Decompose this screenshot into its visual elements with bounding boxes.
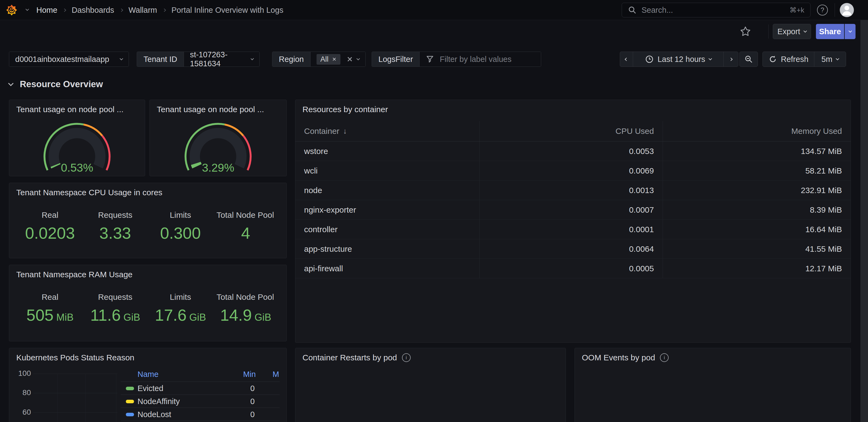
- legend-row: NodeAffinity0: [121, 395, 280, 408]
- breadcrumb-item[interactable]: Wallarm: [129, 6, 157, 15]
- share-label: Share: [819, 27, 841, 36]
- legend-header-max[interactable]: M: [273, 370, 279, 379]
- variable-app-dropdown[interactable]: d0001ainboxatestmailaapp: [9, 52, 129, 67]
- grafana-logo[interactable]: [6, 4, 18, 16]
- breadcrumb-separator-icon: [63, 8, 66, 12]
- table-header-row: Container ↓ CPU Used Memory Used: [296, 121, 850, 141]
- variable-region-dropdown[interactable]: Region All: [272, 52, 366, 67]
- panel-resources-by-container: Resources by container Container ↓ CPU U…: [295, 100, 851, 343]
- series-swatch-icon: [126, 413, 134, 416]
- cell-cpu-used: 0.0069: [479, 161, 662, 180]
- legend-table: Name Min M Evicted0NodeAffinity0NodeLost…: [121, 367, 280, 421]
- stat-value: 505MiB: [26, 307, 73, 323]
- variable-tenant-dropdown[interactable]: Tenant ID st-107263-1581634: [137, 52, 259, 67]
- refresh-button[interactable]: Refresh: [763, 52, 814, 66]
- variable-logsfilter-label: LogsFilter: [372, 52, 420, 66]
- clear-icon[interactable]: [347, 57, 352, 62]
- panel-title[interactable]: Container Restarts by pod i: [303, 353, 411, 362]
- table-row: wstore0.0053134.57 MiB: [296, 141, 850, 161]
- panel-oom-events: OOM Events by pod i: [575, 348, 851, 422]
- time-shift-forward-button[interactable]: [723, 52, 738, 66]
- variable-tenant-value[interactable]: st-107263-1581634: [184, 52, 259, 66]
- refresh-interval-label: 5m: [822, 55, 832, 64]
- panel-title[interactable]: OOM Events by pod i: [582, 353, 669, 362]
- region-chip[interactable]: All: [316, 54, 340, 65]
- export-button[interactable]: Export: [773, 24, 811, 39]
- panel-title[interactable]: Tenant usage on node pool ...: [16, 105, 123, 114]
- time-shift-back-button[interactable]: [620, 52, 633, 66]
- stat: Real0.0203: [18, 209, 83, 242]
- share-button[interactable]: Share: [816, 24, 844, 39]
- legend-header-min[interactable]: Min: [243, 370, 256, 379]
- panel-pods-status-reason: Kubernetes Pods Status Reason 1008060 Na…: [9, 348, 287, 422]
- org-switcher-chevron-icon[interactable]: [26, 7, 29, 11]
- gauge-value: 0.53%: [34, 161, 120, 174]
- cell-cpu-used: 0.0053: [479, 141, 662, 161]
- cell-memory-used: 16.64 MiB: [663, 220, 850, 239]
- cell-cpu-used: 0.0007: [479, 200, 662, 219]
- variable-app-value[interactable]: d0001ainboxatestmailaapp: [9, 52, 129, 66]
- legend-header: Name Min M: [121, 367, 280, 382]
- column-header-memory[interactable]: Memory Used: [663, 121, 850, 141]
- variable-region-label: Region: [272, 52, 311, 66]
- panel-title[interactable]: Tenant usage on node pool ...: [157, 105, 264, 114]
- gridline: [33, 393, 118, 393]
- user-avatar[interactable]: [840, 3, 854, 17]
- nav-divider: [835, 3, 835, 17]
- search-input[interactable]: [641, 5, 785, 15]
- legend-series-name[interactable]: NodeLost: [137, 410, 171, 419]
- table-row: app-structure0.006441.55 MiB: [296, 239, 850, 259]
- section-resource-overview[interactable]: Resource Overview: [9, 78, 103, 90]
- gauge-value: 3.29%: [175, 161, 261, 174]
- stat-label: Limits: [170, 292, 191, 302]
- chevron-down-icon: [848, 29, 852, 33]
- cell-cpu-used: 0.0001: [479, 220, 662, 239]
- stat-value: 0.0203: [25, 225, 75, 242]
- info-icon[interactable]: i: [660, 353, 669, 362]
- share-dropdown-button[interactable]: [845, 24, 856, 39]
- refresh-interval-dropdown[interactable]: 5m: [814, 52, 846, 66]
- time-range-picker-button[interactable]: Last 12 hours: [633, 52, 723, 66]
- variable-region-value[interactable]: All: [311, 52, 365, 66]
- gauge: 0.53%: [34, 121, 120, 175]
- cell-cpu-used: 0.0013: [479, 180, 662, 200]
- stat-label: Requests: [98, 209, 132, 220]
- breadcrumb-item[interactable]: Dashboards: [72, 6, 114, 15]
- stat-row: Real0.0203Requests3.33Limits0.300Total N…: [18, 209, 278, 242]
- panel-title[interactable]: Kubernetes Pods Status Reason: [16, 353, 134, 362]
- panel-title[interactable]: Tenant Namespace CPU Usage in cores: [16, 188, 162, 197]
- variable-logsfilter[interactable]: LogsFilter: [372, 52, 541, 67]
- panel-title[interactable]: Tenant Namespace RAM Usage: [16, 270, 133, 279]
- stat-value: 11.6GiB: [90, 307, 140, 323]
- breadcrumb: HomeDashboardsWallarmPortal Inline Overv…: [36, 0, 283, 20]
- table-row: nginx-exporter0.00078.39 MiB: [296, 200, 850, 220]
- chevron-down-icon: [803, 29, 807, 33]
- global-search[interactable]: ⌘+k: [622, 3, 810, 18]
- breadcrumb-item[interactable]: Home: [36, 6, 57, 15]
- info-icon[interactable]: i: [402, 353, 411, 362]
- legend-series-name[interactable]: Evicted: [137, 384, 163, 393]
- column-header-cpu[interactable]: CPU Used: [479, 121, 662, 141]
- legend-series-name[interactable]: NodeAffinity: [137, 397, 180, 406]
- zoom-out-time-button[interactable]: [739, 52, 758, 67]
- chip-remove-icon[interactable]: [333, 58, 336, 61]
- variable-logsfilter-input-wrap[interactable]: [420, 52, 541, 66]
- panel-title[interactable]: Resources by container: [303, 105, 388, 114]
- scrollbar-track[interactable]: [860, 20, 868, 422]
- label-filter-input[interactable]: [439, 55, 541, 64]
- help-icon[interactable]: ?: [817, 5, 828, 16]
- panel-container-restarts: Container Restarts by pod i: [295, 348, 566, 422]
- favorite-star-icon[interactable]: [740, 26, 751, 37]
- cell-memory-used: 41.55 MiB: [663, 239, 850, 258]
- cell-cpu-used: 0.0064: [479, 239, 662, 258]
- breadcrumb-separator-icon: [162, 8, 166, 12]
- stat-row: Real505MiBRequests11.6GiBLimits17.6GiBTo…: [18, 292, 278, 323]
- cell-container: api-firewall: [296, 264, 479, 273]
- panel-tenant-usage-gauge-2: Tenant usage on node pool ... 3.29%: [150, 100, 287, 176]
- stat-label: Real: [41, 209, 58, 220]
- search-icon: [628, 6, 637, 15]
- stat-label: Requests: [98, 292, 132, 302]
- breadcrumb-item: Portal Inline Overview with Logs: [172, 6, 283, 15]
- column-header-container[interactable]: Container ↓: [296, 126, 479, 136]
- legend-header-name[interactable]: Name: [137, 370, 158, 379]
